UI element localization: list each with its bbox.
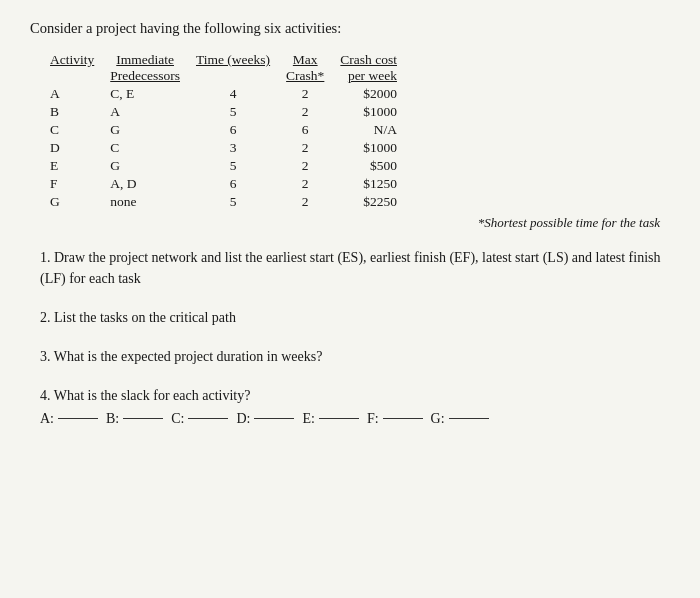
table-row: CG66N/A xyxy=(50,121,405,139)
cell-crash-cost: N/A xyxy=(332,121,405,139)
cell-time: 5 xyxy=(188,157,278,175)
table-row: FA, D62$1250 xyxy=(50,175,405,193)
question-4-number: 4. xyxy=(40,388,51,403)
question-4: 4. What is the slack for each activity? … xyxy=(40,385,670,429)
cell-crash-cost: $500 xyxy=(332,157,405,175)
slack-item: E: xyxy=(302,408,358,429)
intro-text: Consider a project having the following … xyxy=(30,20,670,37)
question-2: 2. List the tasks on the critical path xyxy=(40,307,670,328)
cell-time: 6 xyxy=(188,121,278,139)
slack-label: F: xyxy=(367,408,379,429)
cell-predecessors: C, E xyxy=(102,85,188,103)
slack-label: B: xyxy=(106,408,119,429)
cell-time: 4 xyxy=(188,85,278,103)
slack-label: C: xyxy=(171,408,184,429)
table-row: EG52$500 xyxy=(50,157,405,175)
cell-crash-cost: $1000 xyxy=(332,103,405,121)
header-time: Time (weeks) xyxy=(188,51,278,85)
table-row: BA52$1000 xyxy=(50,103,405,121)
slack-item: F: xyxy=(367,408,423,429)
cell-activity: D xyxy=(50,139,102,157)
cell-activity: C xyxy=(50,121,102,139)
slack-item: B: xyxy=(106,408,163,429)
slack-blank[interactable] xyxy=(383,418,423,419)
cell-predecessors: G xyxy=(102,157,188,175)
slack-blank[interactable] xyxy=(449,418,489,419)
main-table-section: Activity Immediate Predecessors Time (we… xyxy=(50,51,670,231)
cell-max-crash: 2 xyxy=(278,85,332,103)
slack-label: G: xyxy=(431,408,445,429)
cell-time: 3 xyxy=(188,139,278,157)
cell-crash-cost: $1250 xyxy=(332,175,405,193)
question-1-number: 1. xyxy=(40,250,51,265)
cell-max-crash: 2 xyxy=(278,175,332,193)
cell-crash-cost: $2000 xyxy=(332,85,405,103)
slack-blank[interactable] xyxy=(58,418,98,419)
question-3-number: 3. xyxy=(40,349,51,364)
cell-activity: F xyxy=(50,175,102,193)
activities-table: Activity Immediate Predecessors Time (we… xyxy=(50,51,405,211)
cell-max-crash: 2 xyxy=(278,139,332,157)
table-row: DC32$1000 xyxy=(50,139,405,157)
cell-predecessors: none xyxy=(102,193,188,211)
slack-label: D: xyxy=(236,408,250,429)
cell-predecessors: G xyxy=(102,121,188,139)
cell-crash-cost: $1000 xyxy=(332,139,405,157)
cell-activity: E xyxy=(50,157,102,175)
question-3: 3. What is the expected project duration… xyxy=(40,346,670,367)
slack-item: C: xyxy=(171,408,228,429)
slack-item: D: xyxy=(236,408,294,429)
slack-label: E: xyxy=(302,408,314,429)
cell-time: 5 xyxy=(188,193,278,211)
question-2-text: List the tasks on the critical path xyxy=(54,310,236,325)
slack-label: A: xyxy=(40,408,54,429)
question-4-text: What is the slack for each activity? xyxy=(54,388,251,403)
cell-max-crash: 2 xyxy=(278,103,332,121)
header-activity: Activity xyxy=(50,51,102,85)
table-row: AC, E42$2000 xyxy=(50,85,405,103)
cell-max-crash: 2 xyxy=(278,193,332,211)
header-max-crash: Max Crash* xyxy=(278,51,332,85)
question-1-text: Draw the project network and list the ea… xyxy=(40,250,661,286)
cell-activity: B xyxy=(50,103,102,121)
cell-activity: G xyxy=(50,193,102,211)
slack-blank[interactable] xyxy=(123,418,163,419)
question-3-text: What is the expected project duration in… xyxy=(54,349,323,364)
slack-blank[interactable] xyxy=(319,418,359,419)
slack-item: G: xyxy=(431,408,489,429)
cell-predecessors: C xyxy=(102,139,188,157)
cell-predecessors: A, D xyxy=(102,175,188,193)
header-crash-cost: Crash cost per week xyxy=(332,51,405,85)
slack-blank[interactable] xyxy=(254,418,294,419)
slack-row: A:B:C:D:E:F:G: xyxy=(40,408,670,429)
header-immediate: Immediate Predecessors xyxy=(102,51,188,85)
slack-blank[interactable] xyxy=(188,418,228,419)
cell-time: 5 xyxy=(188,103,278,121)
cell-time: 6 xyxy=(188,175,278,193)
questions-section: 1. Draw the project network and list the… xyxy=(40,247,670,429)
slack-item: A: xyxy=(40,408,98,429)
question-1: 1. Draw the project network and list the… xyxy=(40,247,670,289)
question-2-number: 2. xyxy=(40,310,51,325)
cell-predecessors: A xyxy=(102,103,188,121)
cell-crash-cost: $2250 xyxy=(332,193,405,211)
table-footnote: *Shortest possible time for the task xyxy=(50,215,660,231)
cell-max-crash: 2 xyxy=(278,157,332,175)
table-row: Gnone52$2250 xyxy=(50,193,405,211)
cell-activity: A xyxy=(50,85,102,103)
cell-max-crash: 6 xyxy=(278,121,332,139)
